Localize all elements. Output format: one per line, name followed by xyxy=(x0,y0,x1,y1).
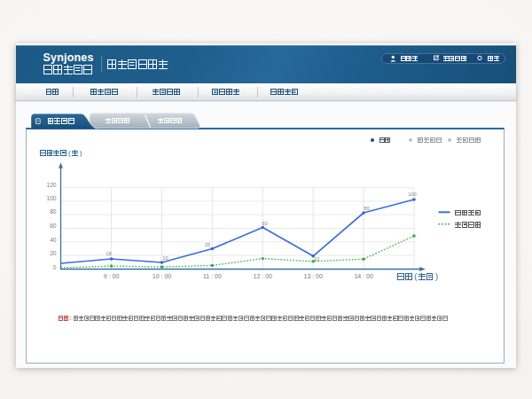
svg-text:12 : 00: 12 : 00 xyxy=(254,273,273,279)
svg-text:120: 120 xyxy=(46,182,56,188)
svg-text:35: 35 xyxy=(205,242,210,247)
svg-text:10: 10 xyxy=(162,255,168,261)
svg-text:0: 0 xyxy=(53,264,57,270)
svg-text:10 : 00: 10 : 00 xyxy=(153,273,172,279)
svg-text:20: 20 xyxy=(50,250,57,256)
svg-text:60: 60 xyxy=(262,221,267,226)
svg-text:18: 18 xyxy=(106,251,111,256)
svg-text:10: 10 xyxy=(314,256,319,262)
svg-text:9 : 00: 9 : 00 xyxy=(104,273,120,279)
svg-text:100: 100 xyxy=(408,192,417,197)
svg-text:14 : 00: 14 : 00 xyxy=(354,273,373,279)
svg-text:11 : 00: 11 : 00 xyxy=(203,273,222,279)
svg-text:60: 60 xyxy=(50,223,57,229)
svg-text:13 : 00: 13 : 00 xyxy=(303,273,323,279)
svg-text:40: 40 xyxy=(50,237,57,243)
svg-text:100: 100 xyxy=(46,195,56,201)
svg-text:80: 80 xyxy=(364,206,369,211)
svg-text:80: 80 xyxy=(50,208,57,215)
